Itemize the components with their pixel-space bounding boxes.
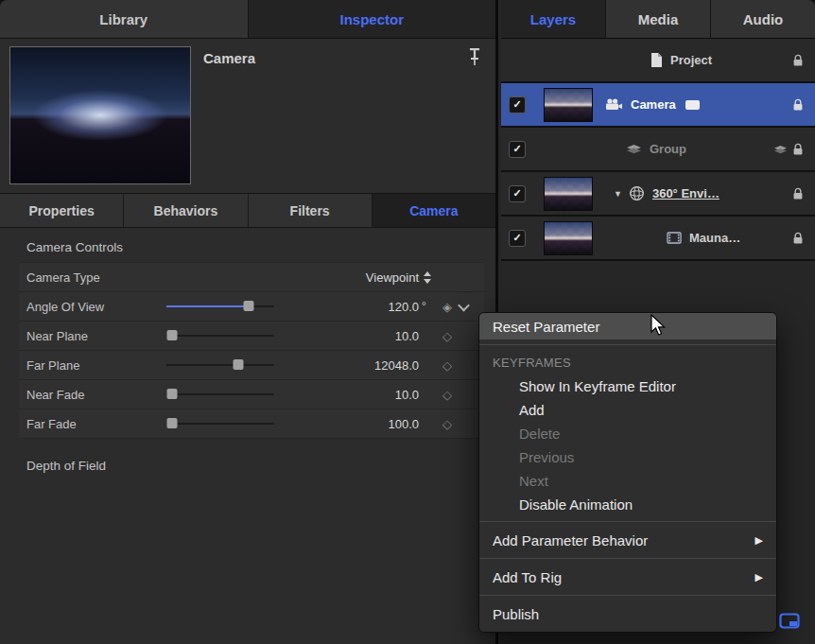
chevron-down-icon[interactable] — [458, 299, 470, 311]
param-label: Near Fade — [26, 388, 166, 402]
slider-fill — [166, 305, 249, 307]
keyframe-icon[interactable]: ◇ — [442, 417, 452, 431]
inspector-tabbar: Properties Behaviors Filters Camera — [0, 194, 495, 228]
layer-name: Camera — [631, 97, 676, 112]
layer-thumbnail — [544, 88, 593, 122]
section-depth-of-field[interactable]: Depth of Field — [0, 454, 495, 479]
section-camera-controls[interactable]: Camera Controls — [0, 235, 495, 260]
near-plane-slider[interactable] — [166, 329, 274, 342]
tab-camera[interactable]: Camera — [373, 194, 495, 227]
angle-of-view-value[interactable]: 120.0 — [274, 300, 422, 314]
menu-item-add[interactable]: Add — [479, 398, 776, 422]
param-label: Angle Of View — [26, 300, 166, 314]
lock-icon[interactable] — [792, 187, 804, 200]
menu-item-publish[interactable]: Publish — [479, 600, 776, 627]
layer-name: Project — [670, 53, 712, 67]
layer-row-camera[interactable]: ✓ Camera — [501, 83, 815, 128]
library-inspector-tabbar: Library Inspector — [0, 0, 495, 39]
lock-icon[interactable] — [792, 143, 804, 156]
lock-icon[interactable] — [792, 98, 804, 112]
tab-layers[interactable]: Layers — [501, 0, 606, 38]
slider-thumb[interactable] — [234, 359, 244, 370]
tab-audio[interactable]: Audio — [711, 0, 815, 38]
near-fade-slider[interactable] — [166, 388, 274, 401]
keyframe-icon[interactable]: ◇ — [442, 329, 452, 343]
tab-properties[interactable]: Properties — [0, 194, 124, 227]
near-fade-value[interactable]: 10.0 — [274, 388, 422, 402]
tab-inspector[interactable]: Inspector — [249, 0, 496, 38]
popup-stepper-icon[interactable] — [422, 271, 435, 284]
menu-item-reset-parameter[interactable]: Reset Parameter — [479, 313, 776, 339]
menu-item-disable-animation[interactable]: Disable Animation — [479, 493, 776, 516]
menu-item-label: Add Parameter Behavior — [493, 532, 648, 548]
tab-media[interactable]: Media — [606, 0, 711, 38]
sphere-icon — [629, 185, 645, 201]
menu-separator — [479, 595, 776, 596]
preview-thumbnail — [9, 46, 191, 184]
animation-menu-icon[interactable]: ◈ — [442, 300, 452, 314]
layer-checkbox[interactable]: ✓ — [509, 185, 526, 202]
param-label: Far Fade — [26, 417, 166, 431]
layer-row-mauna[interactable]: ✓ Mauna… — [501, 217, 815, 261]
menu-separator — [479, 344, 776, 345]
menu-item-delete: Delete — [479, 422, 776, 445]
lock-icon[interactable] — [792, 232, 804, 245]
param-row-near-fade: Near Fade 10.0 ◇ — [19, 380, 484, 409]
menu-separator — [479, 558, 776, 559]
far-plane-slider[interactable] — [166, 358, 274, 372]
layer-row-group[interactable]: ✓ Group — [501, 128, 815, 172]
motion-window: Library Inspector Camera Properties Beha… — [0, 0, 815, 644]
disclosure-triangle-icon[interactable]: ▼ — [614, 189, 622, 199]
layer-name: Mauna… — [689, 231, 740, 245]
menu-item-next: Next — [479, 469, 776, 493]
film-frame-icon — [667, 232, 682, 244]
layer-row-360-environment[interactable]: ✓ ▼ 360° Envi… — [501, 172, 815, 217]
context-menu: Reset Parameter KEYFRAMES Show In Keyfra… — [478, 312, 777, 633]
selected-object-title: Camera — [203, 50, 255, 66]
near-plane-value[interactable]: 10.0 — [274, 329, 422, 343]
layer-row-project[interactable]: Project — [501, 39, 815, 83]
menu-header-keyframes: KEYFRAMES — [479, 350, 776, 374]
submenu-arrow-icon: ▶ — [755, 571, 763, 583]
camera-icon — [605, 98, 623, 111]
mouse-cursor — [650, 314, 670, 340]
far-plane-value[interactable]: 12048.0 — [274, 358, 422, 373]
layers-media-audio-tabbar: Layers Media Audio — [501, 0, 815, 39]
layer-checkbox[interactable]: ✓ — [509, 230, 526, 247]
param-spacer — [166, 270, 274, 284]
group-icon — [626, 144, 642, 154]
slider-thumb[interactable] — [166, 389, 177, 399]
pin-icon[interactable] — [467, 46, 482, 71]
flatten-badge-icon[interactable] — [685, 100, 700, 110]
slider-thumb[interactable] — [166, 330, 177, 340]
slider-thumb[interactable] — [243, 301, 253, 311]
far-fade-slider[interactable] — [166, 417, 274, 430]
camera-type-popup[interactable]: Viewpoint — [274, 270, 422, 285]
tab-library[interactable]: Library — [0, 0, 249, 38]
lock-icon[interactable] — [792, 54, 804, 67]
menu-separator — [479, 521, 776, 522]
slider-thumb[interactable] — [166, 418, 177, 428]
tab-behaviors[interactable]: Behaviors — [124, 194, 248, 227]
menu-item-show-in-keyframe-editor[interactable]: Show In Keyframe Editor — [479, 374, 776, 398]
keyframe-icon[interactable]: ◇ — [442, 388, 452, 402]
tab-filters[interactable]: Filters — [249, 194, 373, 227]
layer-checkbox[interactable]: ✓ — [509, 141, 526, 158]
group-mini-icon — [773, 145, 788, 154]
menu-item-label: Add To Rig — [493, 569, 562, 585]
menu-item-add-parameter-behavior[interactable]: Add Parameter Behavior ▶ — [479, 527, 776, 553]
layer-checkbox[interactable]: ✓ — [509, 96, 526, 113]
inspector-panel: Library Inspector Camera Properties Beha… — [0, 0, 498, 644]
menu-item-previous: Previous — [479, 445, 776, 469]
keyframe-icon[interactable]: ◇ — [442, 358, 452, 373]
layer-thumbnail — [544, 177, 593, 211]
angle-of-view-slider[interactable] — [166, 300, 274, 313]
menu-item-add-to-rig[interactable]: Add To Rig ▶ — [479, 564, 776, 590]
param-row-near-plane: Near Plane 10.0 ◇ — [19, 322, 484, 351]
param-row-far-plane: Far Plane 12048.0 ◇ — [19, 351, 484, 380]
param-label: Near Plane — [26, 329, 166, 343]
degree-unit: ° — [422, 300, 435, 313]
monitor-icon[interactable] — [779, 613, 800, 635]
far-fade-value[interactable]: 100.0 — [274, 417, 422, 431]
layer-name: Group — [650, 142, 686, 156]
